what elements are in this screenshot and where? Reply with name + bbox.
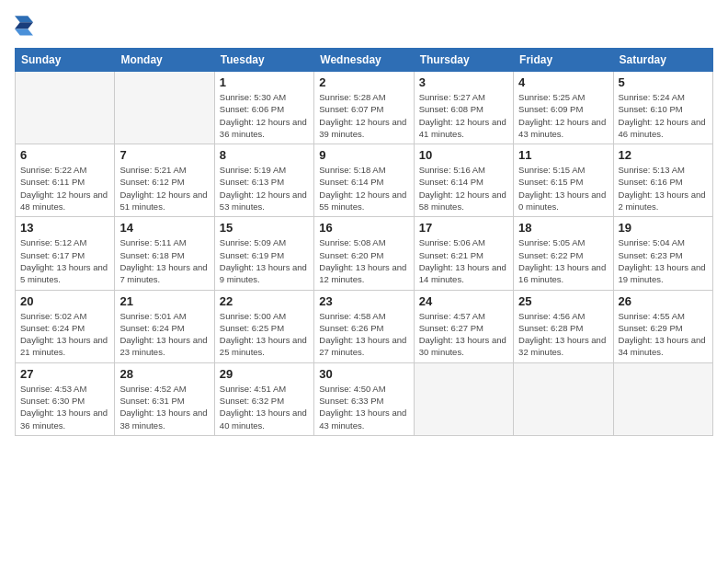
day-info: Sunrise: 5:11 AM Sunset: 6:18 PM Dayligh… bbox=[119, 236, 209, 285]
calendar-week-row-3: 13Sunrise: 5:12 AM Sunset: 6:17 PM Dayli… bbox=[16, 217, 713, 290]
day-info: Sunrise: 4:51 AM Sunset: 6:32 PM Dayligh… bbox=[220, 383, 309, 431]
calendar-cell: 6Sunrise: 5:22 AM Sunset: 6:11 PM Daylig… bbox=[16, 144, 115, 217]
calendar-cell: 15Sunrise: 5:09 AM Sunset: 6:19 PM Dayli… bbox=[214, 217, 313, 290]
calendar: SundayMondayTuesdayWednesdayThursdayFrid… bbox=[15, 48, 713, 436]
day-info: Sunrise: 5:00 AM Sunset: 6:25 PM Dayligh… bbox=[220, 310, 309, 359]
calendar-cell: 3Sunrise: 5:27 AM Sunset: 6:08 PM Daylig… bbox=[414, 72, 513, 144]
day-info: Sunrise: 5:13 AM Sunset: 6:16 PM Dayligh… bbox=[619, 164, 708, 213]
day-info: Sunrise: 5:19 AM Sunset: 6:13 PM Dayligh… bbox=[220, 164, 309, 213]
svg-marker-1 bbox=[15, 22, 33, 29]
calendar-cell: 18Sunrise: 5:05 AM Sunset: 6:22 PM Dayli… bbox=[514, 217, 613, 290]
day-number: 10 bbox=[419, 148, 508, 162]
day-info: Sunrise: 4:50 AM Sunset: 6:33 PM Dayligh… bbox=[319, 383, 408, 431]
calendar-cell: 1Sunrise: 5:30 AM Sunset: 6:06 PM Daylig… bbox=[214, 72, 313, 144]
calendar-cell: 16Sunrise: 5:08 AM Sunset: 6:20 PM Dayli… bbox=[314, 217, 414, 290]
day-info: Sunrise: 5:12 AM Sunset: 6:17 PM Dayligh… bbox=[20, 236, 109, 285]
calendar-week-row-1: 1Sunrise: 5:30 AM Sunset: 6:06 PM Daylig… bbox=[16, 72, 713, 144]
calendar-cell: 20Sunrise: 5:02 AM Sunset: 6:24 PM Dayli… bbox=[16, 290, 115, 362]
day-info: Sunrise: 5:04 AM Sunset: 6:23 PM Dayligh… bbox=[619, 236, 708, 285]
day-number: 1 bbox=[220, 75, 309, 89]
day-number: 29 bbox=[220, 367, 309, 381]
calendar-cell: 5Sunrise: 5:24 AM Sunset: 6:10 PM Daylig… bbox=[613, 72, 712, 144]
svg-marker-2 bbox=[15, 29, 33, 35]
day-info: Sunrise: 4:58 AM Sunset: 6:26 PM Dayligh… bbox=[319, 310, 408, 359]
day-number: 25 bbox=[518, 294, 608, 308]
day-info: Sunrise: 5:27 AM Sunset: 6:08 PM Dayligh… bbox=[419, 91, 508, 140]
day-info: Sunrise: 5:16 AM Sunset: 6:14 PM Dayligh… bbox=[419, 164, 508, 213]
svg-marker-0 bbox=[15, 16, 33, 22]
day-number: 19 bbox=[619, 221, 708, 235]
day-info: Sunrise: 5:05 AM Sunset: 6:22 PM Dayligh… bbox=[518, 236, 608, 285]
day-info: Sunrise: 4:57 AM Sunset: 6:27 PM Dayligh… bbox=[419, 310, 508, 359]
day-info: Sunrise: 5:28 AM Sunset: 6:07 PM Dayligh… bbox=[319, 91, 408, 140]
day-info: Sunrise: 5:01 AM Sunset: 6:24 PM Dayligh… bbox=[119, 310, 209, 359]
calendar-cell: 17Sunrise: 5:06 AM Sunset: 6:21 PM Dayli… bbox=[414, 217, 513, 290]
day-info: Sunrise: 5:02 AM Sunset: 6:24 PM Dayligh… bbox=[20, 310, 109, 359]
day-number: 28 bbox=[119, 367, 209, 381]
day-info: Sunrise: 5:08 AM Sunset: 6:20 PM Dayligh… bbox=[319, 236, 408, 285]
calendar-cell: 8Sunrise: 5:19 AM Sunset: 6:13 PM Daylig… bbox=[214, 144, 313, 217]
day-info: Sunrise: 4:52 AM Sunset: 6:31 PM Dayligh… bbox=[119, 383, 209, 431]
calendar-cell: 13Sunrise: 5:12 AM Sunset: 6:17 PM Dayli… bbox=[16, 217, 115, 290]
calendar-cell: 28Sunrise: 4:52 AM Sunset: 6:31 PM Dayli… bbox=[115, 362, 214, 435]
day-number: 12 bbox=[619, 148, 708, 162]
calendar-cell bbox=[16, 72, 115, 144]
calendar-cell: 14Sunrise: 5:11 AM Sunset: 6:18 PM Dayli… bbox=[115, 217, 214, 290]
day-number: 14 bbox=[119, 221, 209, 235]
calendar-cell: 19Sunrise: 5:04 AM Sunset: 6:23 PM Dayli… bbox=[613, 217, 712, 290]
day-info: Sunrise: 5:21 AM Sunset: 6:12 PM Dayligh… bbox=[119, 164, 209, 213]
calendar-cell: 9Sunrise: 5:18 AM Sunset: 6:14 PM Daylig… bbox=[314, 144, 414, 217]
logo bbox=[15, 15, 37, 40]
day-number: 22 bbox=[220, 294, 309, 308]
day-info: Sunrise: 5:25 AM Sunset: 6:09 PM Dayligh… bbox=[518, 91, 608, 140]
calendar-cell bbox=[115, 72, 214, 144]
calendar-cell: 24Sunrise: 4:57 AM Sunset: 6:27 PM Dayli… bbox=[414, 290, 513, 362]
calendar-cell bbox=[613, 362, 712, 435]
day-info: Sunrise: 5:18 AM Sunset: 6:14 PM Dayligh… bbox=[319, 164, 408, 213]
day-number: 21 bbox=[119, 294, 209, 308]
day-info: Sunrise: 5:24 AM Sunset: 6:10 PM Dayligh… bbox=[619, 91, 708, 140]
header bbox=[15, 15, 713, 40]
weekday-header-monday: Monday bbox=[115, 49, 214, 72]
calendar-cell: 26Sunrise: 4:55 AM Sunset: 6:29 PM Dayli… bbox=[613, 290, 712, 362]
weekday-header-tuesday: Tuesday bbox=[214, 49, 313, 72]
calendar-cell: 2Sunrise: 5:28 AM Sunset: 6:07 PM Daylig… bbox=[314, 72, 414, 144]
calendar-cell: 7Sunrise: 5:21 AM Sunset: 6:12 PM Daylig… bbox=[115, 144, 214, 217]
calendar-cell: 21Sunrise: 5:01 AM Sunset: 6:24 PM Dayli… bbox=[115, 290, 214, 362]
day-number: 26 bbox=[619, 294, 708, 308]
calendar-cell: 12Sunrise: 5:13 AM Sunset: 6:16 PM Dayli… bbox=[613, 144, 712, 217]
day-info: Sunrise: 5:15 AM Sunset: 6:15 PM Dayligh… bbox=[518, 164, 608, 213]
day-number: 15 bbox=[220, 221, 309, 235]
weekday-header-friday: Friday bbox=[514, 49, 613, 72]
calendar-cell bbox=[414, 362, 513, 435]
day-number: 4 bbox=[518, 75, 608, 89]
day-number: 9 bbox=[319, 148, 408, 162]
day-number: 27 bbox=[20, 367, 109, 381]
day-info: Sunrise: 4:56 AM Sunset: 6:28 PM Dayligh… bbox=[518, 310, 608, 359]
day-info: Sunrise: 4:55 AM Sunset: 6:29 PM Dayligh… bbox=[619, 310, 708, 359]
calendar-cell: 11Sunrise: 5:15 AM Sunset: 6:15 PM Dayli… bbox=[514, 144, 613, 217]
day-number: 17 bbox=[419, 221, 508, 235]
day-number: 20 bbox=[20, 294, 109, 308]
calendar-cell: 27Sunrise: 4:53 AM Sunset: 6:30 PM Dayli… bbox=[16, 362, 115, 435]
day-number: 23 bbox=[319, 294, 408, 308]
weekday-header-thursday: Thursday bbox=[414, 49, 513, 72]
day-number: 11 bbox=[518, 148, 608, 162]
calendar-cell: 4Sunrise: 5:25 AM Sunset: 6:09 PM Daylig… bbox=[514, 72, 613, 144]
weekday-header-wednesday: Wednesday bbox=[314, 49, 414, 72]
calendar-cell bbox=[514, 362, 613, 435]
day-number: 24 bbox=[419, 294, 508, 308]
weekday-header-row: SundayMondayTuesdayWednesdayThursdayFrid… bbox=[16, 49, 713, 72]
day-number: 30 bbox=[319, 367, 408, 381]
calendar-week-row-2: 6Sunrise: 5:22 AM Sunset: 6:11 PM Daylig… bbox=[16, 144, 713, 217]
day-number: 8 bbox=[220, 148, 309, 162]
day-info: Sunrise: 5:30 AM Sunset: 6:06 PM Dayligh… bbox=[220, 91, 309, 140]
day-number: 18 bbox=[518, 221, 608, 235]
day-info: Sunrise: 5:09 AM Sunset: 6:19 PM Dayligh… bbox=[220, 236, 309, 285]
calendar-week-row-5: 27Sunrise: 4:53 AM Sunset: 6:30 PM Dayli… bbox=[16, 362, 713, 435]
day-info: Sunrise: 5:22 AM Sunset: 6:11 PM Dayligh… bbox=[20, 164, 109, 213]
day-info: Sunrise: 4:53 AM Sunset: 6:30 PM Dayligh… bbox=[20, 383, 109, 431]
day-number: 16 bbox=[319, 221, 408, 235]
weekday-header-sunday: Sunday bbox=[16, 49, 115, 72]
calendar-cell: 30Sunrise: 4:50 AM Sunset: 6:33 PM Dayli… bbox=[314, 362, 414, 435]
